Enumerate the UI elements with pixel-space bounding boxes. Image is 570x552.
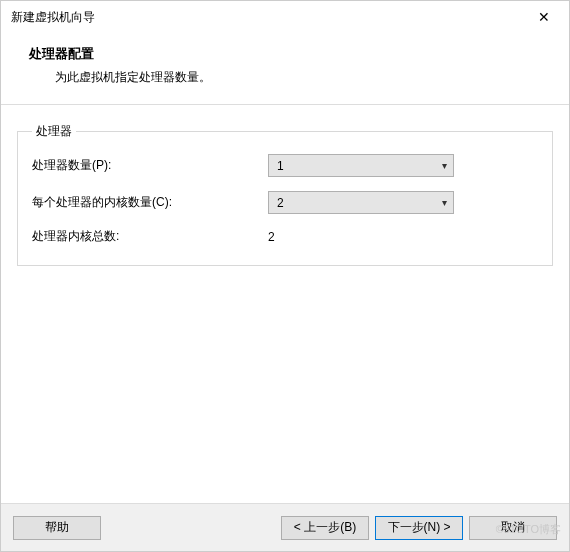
proc-count-label: 处理器数量(P): (32, 157, 268, 174)
proc-count-select[interactable]: 1 ▾ (268, 154, 454, 177)
chevron-down-icon: ▾ (442, 197, 447, 208)
page-subtitle: 为此虚拟机指定处理器数量。 (29, 69, 541, 86)
page-title: 处理器配置 (29, 45, 541, 63)
footer: 帮助 < 上一步(B) 下一步(N) > 取消 (1, 503, 569, 551)
processor-group: 处理器 处理器数量(P): 1 ▾ 每个处理器的内核数量(C): 2 ▾ 处理器… (17, 123, 553, 266)
next-button[interactable]: 下一步(N) > (375, 516, 463, 540)
proc-count-value: 1 (277, 159, 284, 173)
cores-per-label: 每个处理器的内核数量(C): (32, 194, 268, 211)
group-legend: 处理器 (32, 123, 76, 140)
cores-per-value: 2 (277, 196, 284, 210)
total-cores-value: 2 (268, 230, 458, 244)
help-button[interactable]: 帮助 (13, 516, 101, 540)
close-icon[interactable]: ✕ (529, 9, 559, 25)
back-button[interactable]: < 上一步(B) (281, 516, 369, 540)
cores-per-select[interactable]: 2 ▾ (268, 191, 454, 214)
chevron-down-icon: ▾ (442, 160, 447, 171)
window-title: 新建虚拟机向导 (11, 9, 95, 26)
total-cores-label: 处理器内核总数: (32, 228, 268, 245)
cancel-button[interactable]: 取消 (469, 516, 557, 540)
